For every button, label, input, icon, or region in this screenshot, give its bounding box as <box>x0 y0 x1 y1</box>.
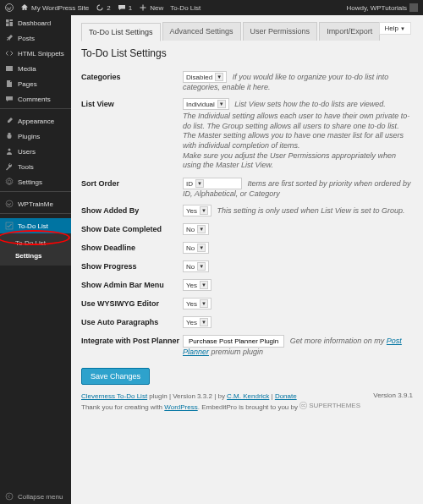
collapse-menu[interactable]: Collapse menu <box>0 489 71 504</box>
superthemes[interactable]: ccSUPERTHEMES <box>299 401 360 410</box>
avatar-icon <box>409 3 418 12</box>
save-button[interactable]: Save Changes <box>81 368 150 385</box>
svg-rect-1 <box>409 3 418 12</box>
admin-sidebar: DashboardPostsHTML SnippetsMediaPagesCom… <box>0 15 71 504</box>
plugin-link[interactable]: Cleverness To-Do List <box>81 392 147 400</box>
menu-plugins[interactable]: Plugins <box>0 129 71 144</box>
label: Sort Order <box>81 178 183 198</box>
howdy[interactable]: Howdy, WPTutorials <box>346 3 418 12</box>
menu-html-snippets[interactable]: HTML Snippets <box>0 46 71 61</box>
footer: Cleverness To-Do List plugin | Version 3… <box>81 392 413 412</box>
menu-users[interactable]: Users <box>0 144 71 159</box>
menu-posts[interactable]: Posts <box>0 30 71 46</box>
wp-icon <box>5 200 14 208</box>
admin-bar: My WordPress Site 2 1 New To-Do List How… <box>0 0 423 15</box>
help-button[interactable]: Help▼ <box>379 22 411 35</box>
updates-icon[interactable]: 2 <box>96 3 110 12</box>
site-name[interactable]: My WordPress Site <box>20 3 89 12</box>
menu-appearance[interactable]: Appearance <box>0 113 71 129</box>
page-title: To-Do List Settings <box>81 47 413 59</box>
svg-text:cc: cc <box>301 404 305 408</box>
menu-tools[interactable]: Tools <box>0 159 71 174</box>
tool-icon <box>5 162 14 171</box>
wp-logo-icon[interactable] <box>5 3 14 12</box>
select-id[interactable]: ID▼ <box>183 178 242 189</box>
label: Integrate with Post Planner <box>81 335 183 356</box>
comment-icon <box>5 95 14 103</box>
gear-icon <box>5 178 14 186</box>
label: List View <box>81 98 183 171</box>
author-link[interactable]: C.M. Kendrick <box>227 392 269 400</box>
tab-import-export[interactable]: Import/Export <box>319 22 380 41</box>
svg-point-0 <box>6 4 14 12</box>
tab-permissions[interactable]: User Permissions <box>243 22 318 41</box>
tab-todo-settings[interactable]: To-Do List Settings <box>81 23 161 41</box>
user-icon <box>5 147 14 156</box>
label: Show Progress <box>81 260 183 272</box>
new-content[interactable]: New <box>139 3 163 12</box>
select-yes[interactable]: Yes▼ <box>183 279 212 291</box>
ab-todo[interactable]: To-Do List <box>170 4 201 12</box>
svg-point-3 <box>6 200 13 207</box>
select-yes[interactable]: Yes▼ <box>183 316 212 328</box>
menu-pages[interactable]: Pages <box>0 76 71 91</box>
submenu-to-do-list[interactable]: To-Do List <box>0 237 71 249</box>
select-no[interactable]: No▼ <box>183 260 209 272</box>
donate-link[interactable]: Donate <box>275 392 297 400</box>
wp-version: Version 3.9.1 <box>373 392 413 412</box>
main-content: Help▼ To-Do List Settings Advanced Setti… <box>71 15 423 504</box>
select-no[interactable]: No▼ <box>183 223 209 235</box>
label: Use Auto Paragraphs <box>81 316 183 328</box>
code-icon <box>5 49 14 58</box>
pin-icon <box>5 34 14 42</box>
menu-wptrainme[interactable]: WPTrainMe <box>0 196 71 211</box>
comments-icon[interactable]: 1 <box>118 3 132 12</box>
menu-media[interactable]: Media <box>0 61 71 76</box>
brush-icon <box>5 117 14 125</box>
menu-settings[interactable]: Settings <box>0 174 71 189</box>
svg-point-5 <box>6 493 13 500</box>
page-icon <box>5 79 14 88</box>
svg-point-2 <box>8 149 11 151</box>
settings-tabs: To-Do List Settings Advanced Settings Us… <box>81 22 413 41</box>
menu-dashboard[interactable]: Dashboard <box>0 15 71 30</box>
select-disabled[interactable]: Disabled▼ <box>183 71 227 83</box>
menu-to-do-list[interactable]: To-Do List <box>0 218 71 233</box>
plug-icon <box>5 132 14 140</box>
check-icon <box>5 222 14 230</box>
select-no[interactable]: No▼ <box>183 242 209 254</box>
select-yes[interactable]: Yes▼ <box>183 205 212 216</box>
label: Show Deadline <box>81 242 183 254</box>
wordpress-link[interactable]: WordPress <box>164 403 197 411</box>
label: Show Admin Bar Menu <box>81 279 183 291</box>
dash-icon <box>5 19 14 27</box>
label: Use WYSIWYG Editor <box>81 298 183 310</box>
label: Show Added By <box>81 205 183 216</box>
menu-comments[interactable]: Comments <box>0 91 71 107</box>
label: Categories <box>81 71 183 91</box>
select-yes[interactable]: Yes▼ <box>183 298 212 310</box>
media-icon <box>5 64 14 73</box>
label: Show Date Completed <box>81 223 183 235</box>
submenu-settings[interactable]: Settings <box>0 249 71 262</box>
select-individual[interactable]: Individual▼ <box>183 98 229 110</box>
purchase-button[interactable]: Purchase Post Planner Plugin <box>183 335 284 348</box>
tab-advanced[interactable]: Advanced Settings <box>162 22 241 41</box>
